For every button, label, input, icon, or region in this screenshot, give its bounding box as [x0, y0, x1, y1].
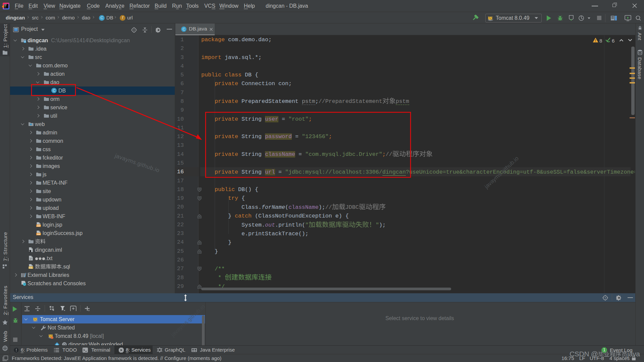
svg-text:JSP: JSP [37, 233, 40, 235]
svg-text:SQL: SQL [29, 267, 33, 269]
svg-text:JSP: JSP [37, 225, 40, 227]
